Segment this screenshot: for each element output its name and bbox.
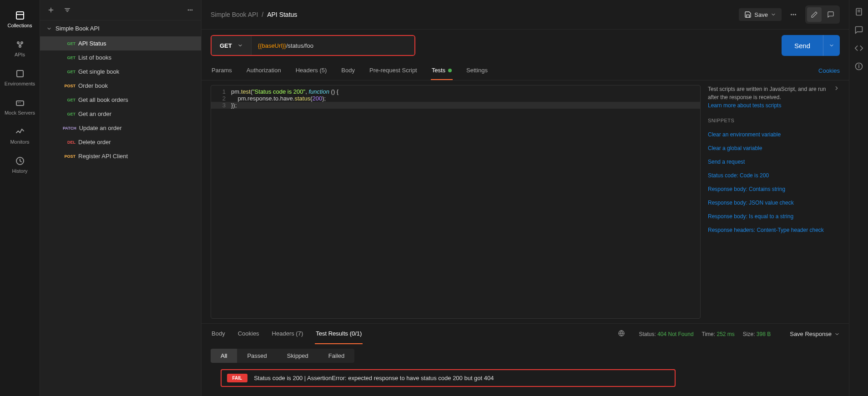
code-editor[interactable]: 1pm.test("Status code is 200", function … [211,85,701,319]
pill-failed[interactable]: Failed [318,349,354,363]
tab-body[interactable]: Body [340,61,356,80]
url-input[interactable]: {{baseUrl}}/status/foo [252,36,414,55]
pill-all[interactable]: All [211,349,237,363]
rtab-body[interactable]: Body [211,324,226,344]
comment-mode-icon[interactable] [823,7,838,22]
svg-point-17 [188,10,188,10]
view-mode-group [805,5,840,24]
history-icon [15,155,25,166]
main-area: Simple Book API / API Status Save GET {{… [202,0,849,396]
chevron-right-icon[interactable] [833,85,840,93]
cookies-link[interactable]: Cookies [818,62,840,80]
rtab-headers[interactable]: Headers (7) [271,324,304,344]
tab-params[interactable]: Params [211,61,233,80]
method-value: GET [220,42,232,49]
request-item[interactable]: DELDelete order [40,135,201,149]
send-button[interactable]: Send [782,35,840,56]
code-token: pm.response.to.have. [231,95,294,102]
tab-prerequest[interactable]: Pre-request Script [368,61,418,80]
right-rail [849,0,868,396]
tab-settings[interactable]: Settings [465,61,489,80]
code-token: pm. [231,88,241,95]
collections-icon [15,10,25,21]
request-item[interactable]: GETGet single book [40,65,201,79]
tab-label: Settings [466,67,488,74]
docs-icon[interactable] [854,7,863,16]
size-label: Size: [743,331,755,337]
rail-label: APIs [15,52,25,57]
rail-apis[interactable]: APIs [0,34,40,63]
globe-icon[interactable] [618,330,625,339]
method-select[interactable]: GET [212,36,252,55]
breadcrumb: Simple Book API / API Status [211,11,297,18]
request-item[interactable]: POSTOrder book [40,79,201,93]
rail-mock[interactable]: Mock Servers [0,92,40,121]
collection-header[interactable]: Simple Book API [40,20,201,36]
request-label: Update an order [79,125,122,131]
snippets-desc: Test scripts are written in JavaScript, … [708,86,826,100]
nav-rail: Collections APIs Environments Mock Serve… [0,0,40,396]
time-label: Time: [702,331,716,337]
new-icon[interactable] [45,4,57,16]
apis-icon [15,39,25,50]
pill-skipped[interactable]: Skipped [277,349,318,363]
rail-history[interactable]: History [0,150,40,179]
save-button[interactable]: Save [739,8,782,21]
fail-text: Status code is 200 | AssertionError: exp… [254,375,494,381]
request-label: Order book [78,82,108,89]
url-path: /status/foo [286,42,313,49]
rtab-tests[interactable]: Test Results (0/1) [315,324,363,344]
topbar: Simple Book API / API Status Save [202,0,849,30]
send-caret[interactable] [823,35,840,56]
method-badge: GET [63,55,76,60]
request-item[interactable]: POSTRegister API Client [40,149,201,163]
svg-point-21 [793,14,794,15]
chevron-down-icon [46,26,52,31]
snippet-item[interactable]: Response headers: Content-Type header ch… [708,223,840,237]
request-label: Get an order [78,110,111,117]
request-label: Delete order [78,139,111,145]
more-actions-icon[interactable] [786,7,801,22]
rail-monitors[interactable]: Monitors [0,121,40,150]
request-item[interactable]: GETAPI Status [40,36,201,50]
snippet-item[interactable]: Clear a global variable [708,141,840,155]
save-response-button[interactable]: Save Response [790,331,840,337]
code-token: "Status code is 200" [252,88,305,95]
tab-auth[interactable]: Authorization [246,61,282,80]
request-item[interactable]: GETList of books [40,50,201,65]
edit-mode-icon[interactable] [807,7,822,22]
tab-headers[interactable]: Headers (5) [295,61,328,80]
method-badge: GET [63,70,76,74]
tab-tests[interactable]: Tests [431,61,453,80]
info-icon[interactable] [854,62,863,71]
rail-environments[interactable]: Environments [0,63,40,92]
rtab-cookies[interactable]: Cookies [237,324,260,344]
snippet-item[interactable]: Clear an environment variable [708,128,840,141]
snippet-item[interactable]: Response body: Contains string [708,182,840,196]
code-icon[interactable] [854,44,863,53]
snippet-item[interactable]: Status code: Code is 200 [708,169,840,182]
rail-collections[interactable]: Collections [0,5,40,34]
method-badge: DEL [63,140,76,145]
request-item[interactable]: GETGet an order [40,107,201,121]
snippet-item[interactable]: Response body: Is equal to a string [708,210,840,223]
breadcrumb-parent[interactable]: Simple Book API [211,11,258,18]
request-item[interactable]: GETGet all book orders [40,93,201,107]
chevron-down-icon [834,331,840,337]
request-label: Get single book [78,68,119,75]
svg-line-6 [20,43,21,45]
save-response-label: Save Response [790,331,832,337]
collection-sidebar: Simple Book API GETAPI StatusGETList of … [40,0,202,396]
method-url-box: GET {{baseUrl}}/status/foo [211,35,415,56]
filter-icon[interactable] [61,4,74,16]
save-label: Save [754,11,768,18]
more-icon[interactable] [184,4,197,16]
tab-label: Params [212,67,232,74]
pill-passed[interactable]: Passed [237,349,277,363]
comments-icon[interactable] [854,25,863,35]
snippet-item[interactable]: Response body: JSON value check [708,196,840,210]
request-list: GETAPI StatusGETList of booksGETGet sing… [40,36,201,163]
request-item[interactable]: PATCHUpdate an order [40,121,201,135]
snippet-item[interactable]: Send a request [708,155,840,169]
snippets-learn-link[interactable]: Learn more about tests scripts [708,102,781,109]
